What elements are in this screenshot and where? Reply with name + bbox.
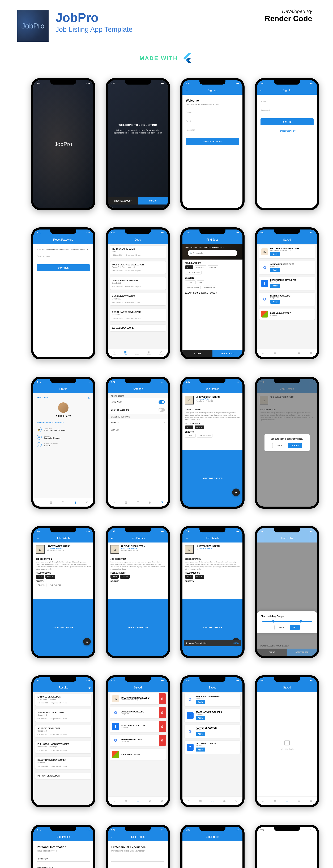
apply-button[interactable]: Apply bbox=[270, 252, 280, 256]
result-item[interactable]: LARAVEL DEVELOPERRenderCode Technology L… bbox=[35, 693, 91, 706]
nav-home[interactable]: ⌂ bbox=[262, 351, 265, 355]
job-card[interactable]: REACT NATIVE DEVELOPERFacebook25 June 20… bbox=[110, 309, 166, 321]
job-card[interactable]: TERMINAL OPERATORShell12 June 2020Experi… bbox=[110, 246, 166, 258]
job-card[interactable]: ANDROID DEVELOPERGoogle LLC20 June 2020E… bbox=[110, 293, 166, 305]
nav-settings[interactable]: ⚙ bbox=[160, 799, 163, 803]
nav-home[interactable]: ⌂Home bbox=[112, 350, 115, 355]
result-item[interactable]: FULL STACK WEB DEVELOPERRenderCode Techn… bbox=[35, 741, 91, 753]
share-analytics-row[interactable]: Share analytics info bbox=[108, 406, 168, 414]
back-icon[interactable]: ← bbox=[36, 835, 39, 839]
nav-jobs[interactable]: ▦ bbox=[273, 351, 277, 355]
name-field[interactable] bbox=[37, 856, 90, 862]
nav-saved[interactable]: ☷ bbox=[211, 799, 214, 803]
result-item[interactable]: ANDROID DEVELOPERGoogle LLC20 June 2020E… bbox=[35, 725, 91, 738]
nav-saved[interactable]: ☷ bbox=[62, 501, 65, 504]
delete-button[interactable]: 🗑 bbox=[159, 693, 166, 704]
nav-settings[interactable]: ⚙ bbox=[160, 501, 163, 504]
back-icon[interactable]: ← bbox=[185, 536, 189, 540]
back-icon[interactable]: ← bbox=[36, 238, 39, 242]
nav-home[interactable]: ⌂ bbox=[38, 501, 41, 504]
clear-filter-button[interactable]: CLEAR bbox=[182, 350, 212, 357]
back-icon[interactable]: ← bbox=[185, 387, 189, 391]
undo-button[interactable]: UNDO bbox=[233, 642, 239, 644]
filter-icon[interactable]: ⚙ bbox=[88, 686, 91, 689]
job-card[interactable]: FULL STACK WEB DEVELOPERRenderCode Techn… bbox=[110, 261, 166, 274]
delete-button[interactable]: 🗑 bbox=[159, 707, 166, 718]
chip-business[interactable]: BUSINESS bbox=[195, 266, 206, 269]
nav-jobs[interactable]: ▦ bbox=[124, 799, 128, 803]
continue-button[interactable]: CONTINUE bbox=[37, 265, 90, 271]
saved-item[interactable]: DATA MINING EXPERTMicrosoft bbox=[259, 309, 315, 319]
edit-icon[interactable]: ✎ bbox=[88, 397, 90, 401]
nav-saved[interactable]: ☷ bbox=[136, 501, 139, 504]
chip-pet-friendly[interactable]: PET-FRIENDLY bbox=[202, 286, 217, 289]
apply-filter-button[interactable]: APPLY FILTER bbox=[212, 350, 242, 357]
name-input[interactable] bbox=[186, 110, 239, 115]
nav-profile[interactable]: ◉ bbox=[297, 799, 301, 803]
saved-item[interactable]: RCFULL STACK WEB DEVELOPERRenderCode Tec… bbox=[259, 245, 315, 258]
chip-wfh[interactable]: WFH bbox=[197, 280, 204, 284]
nav-profile[interactable]: ◉ bbox=[148, 501, 152, 504]
nav-settings[interactable]: ⚙ bbox=[235, 799, 238, 803]
nav-settings[interactable]: ⚙Settings bbox=[159, 350, 164, 355]
nav-settings[interactable]: ⚙ bbox=[309, 351, 312, 355]
nav-saved[interactable]: ☷ bbox=[286, 799, 289, 803]
saved-item[interactable]: DATA MINING EXPERT bbox=[110, 749, 166, 760]
apply-button[interactable]: Apply bbox=[270, 284, 280, 288]
back-icon[interactable]: ← bbox=[260, 89, 263, 93]
apply-job-button[interactable]: APPLY FOR THIS JOB bbox=[33, 599, 93, 656]
confirm-button[interactable]: I'M SURE bbox=[288, 443, 302, 448]
back-icon[interactable]: ← bbox=[110, 835, 114, 839]
category-field[interactable] bbox=[111, 865, 164, 868]
password-input[interactable] bbox=[186, 127, 239, 133]
saved-item[interactable]: fDATA MINING EXPERTMicrosoftApply bbox=[185, 741, 240, 753]
apply-button[interactable]: Apply bbox=[270, 268, 280, 272]
nav-jobs[interactable]: ▦ bbox=[273, 799, 277, 803]
job-card[interactable]: JAVASCRIPT DEVELOPERGoogle LLC20 June 20… bbox=[110, 277, 166, 289]
bookmark-fab[interactable]: ★ bbox=[232, 489, 240, 496]
bookmark-fab[interactable]: ☆ bbox=[83, 638, 91, 646]
saved-item[interactable]: fREACT NATIVE DEVELOPERFacebookApply bbox=[259, 277, 315, 290]
apply-job-button[interactable]: APPLY FOR THIS JOB bbox=[108, 599, 168, 656]
back-icon[interactable]: ← bbox=[110, 536, 114, 540]
nav-home[interactable]: ⌂ bbox=[187, 799, 190, 803]
saved-item[interactable]: fREACT NATIVE DEVELOPERFacebook🗑 bbox=[110, 721, 166, 732]
email-input[interactable] bbox=[261, 99, 313, 104]
about-us-row[interactable]: About Us› bbox=[108, 419, 168, 426]
signin-submit[interactable]: SIGN IN bbox=[261, 118, 313, 125]
saved-item[interactable]: GFLUTTER DEVELOPERGoogle LLCApply bbox=[259, 293, 315, 306]
nav-profile[interactable]: ◉ bbox=[148, 799, 152, 803]
sheet-overlay[interactable] bbox=[257, 542, 317, 656]
apply-job-button[interactable]: APPLY FOR THIS JOB bbox=[182, 599, 242, 656]
chip-paid-vacation[interactable]: PAID VACATION bbox=[185, 286, 201, 289]
back-icon[interactable]: ← bbox=[185, 835, 189, 839]
nav-settings[interactable]: ⚙ bbox=[86, 501, 89, 504]
result-item[interactable]: PYTHON DEVELOPER bbox=[35, 773, 91, 779]
signin-button[interactable]: SIGN IN bbox=[138, 197, 168, 205]
job-card[interactable]: LARAVEL DEVELOPER bbox=[110, 324, 166, 331]
range-slider[interactable] bbox=[262, 621, 312, 622]
nav-saved[interactable]: ☷ bbox=[286, 351, 289, 355]
email-input[interactable] bbox=[37, 254, 90, 259]
nav-home[interactable]: ⌂ bbox=[262, 799, 265, 803]
dialog-overlay[interactable]: You sure want to apply for this job? CAN… bbox=[257, 379, 317, 506]
toggle-off[interactable] bbox=[159, 408, 165, 412]
nav-profile[interactable]: ◉ bbox=[74, 501, 77, 504]
toggle-on[interactable] bbox=[159, 400, 165, 404]
nav-profile[interactable]: ◉Profile bbox=[147, 350, 151, 355]
nav-saved[interactable]: ☷ bbox=[136, 799, 139, 803]
cancel-button[interactable]: CANCEL bbox=[272, 443, 286, 448]
nav-saved[interactable]: ☷Saved bbox=[135, 350, 139, 355]
back-icon[interactable]: ← bbox=[36, 686, 39, 690]
apply-button[interactable]: Apply bbox=[270, 300, 280, 304]
nav-home[interactable]: ⌂ bbox=[112, 799, 115, 803]
signout-row[interactable]: Sign Out› bbox=[108, 426, 168, 434]
saved-item[interactable]: GJAVASCRIPT DEVELOPERGoogle LLC🗑 bbox=[110, 707, 166, 718]
nav-jobs[interactable]: ▦ bbox=[124, 501, 128, 504]
result-item[interactable]: REACT NATIVE DEVELOPERFacebook25 June 20… bbox=[35, 757, 91, 769]
saved-item[interactable]: GFLUTTER DEVELOPERGoogle LLC🗑 bbox=[110, 735, 166, 746]
saved-item[interactable]: GJAVASCRIPT DEVELOPERGoogle LLCApply bbox=[259, 261, 315, 274]
chip-remote[interactable]: REMOTE bbox=[185, 280, 196, 284]
email-field[interactable] bbox=[37, 865, 90, 868]
result-item[interactable]: JAVASCRIPT DEVELOPERGoogle LLC20 June 20… bbox=[35, 709, 91, 722]
